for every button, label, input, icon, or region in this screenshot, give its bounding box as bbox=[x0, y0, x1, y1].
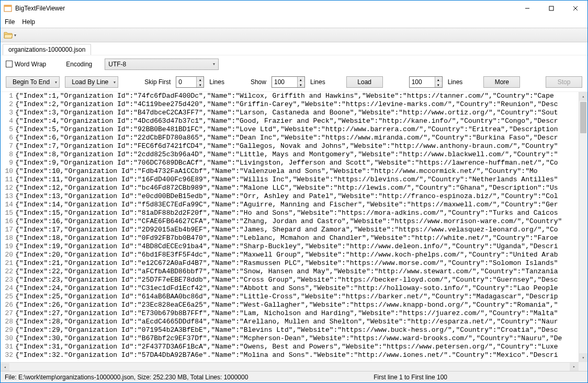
minimize-button[interactable] bbox=[515, 1, 539, 16]
text-line: 30{"Index":30,"Organization Id":"B67Bbf2… bbox=[1, 334, 579, 343]
line-number: 3 bbox=[1, 109, 15, 117]
line-content: {"Index":28,"Organization Id":"aEcdC4665… bbox=[15, 318, 579, 326]
line-content: {"Index":1,"Organization Id":"74fc6fDadF… bbox=[15, 92, 579, 100]
text-line: 16{"Index":16,"Organization Id":"CFAE6FB… bbox=[1, 217, 579, 226]
spinner-down-icon[interactable]: ▾ bbox=[196, 82, 203, 87]
menu-help[interactable]: Help bbox=[22, 18, 35, 26]
vertical-scrollbar[interactable]: ▴ ▾ bbox=[579, 92, 587, 362]
text-line: 27{"Index":27,"Organization Id":"E730b67… bbox=[1, 309, 579, 318]
direction-select[interactable]: Begin To End▾ bbox=[6, 76, 60, 88]
line-number: 21 bbox=[1, 259, 15, 268]
line-content: {"Index":32."Organization Id":"57DA4DbA9… bbox=[15, 351, 579, 359]
skip-first-input[interactable]: 0 ▴▾ bbox=[176, 76, 204, 88]
show-count-input[interactable]: 100 ▴▾ bbox=[272, 76, 305, 88]
text-line: 20{"Index":20,"Organization Id":"6bd1F8E… bbox=[1, 251, 579, 259]
scroll-thumb[interactable] bbox=[580, 102, 586, 133]
spinner-down-icon[interactable]: ▾ bbox=[297, 82, 304, 87]
line-number: 10 bbox=[1, 167, 15, 176]
open-file-button[interactable]: ▾ bbox=[4, 31, 16, 39]
line-number: 16 bbox=[1, 217, 15, 226]
line-number: 8 bbox=[1, 150, 15, 159]
text-viewer[interactable]: 1{"Index":1,"Organization Id":"74fc6fDad… bbox=[1, 91, 587, 371]
lines-label-2: Lines bbox=[310, 78, 325, 86]
line-number: 6 bbox=[1, 134, 15, 142]
line-number: 15 bbox=[1, 209, 15, 217]
line-number: 20 bbox=[1, 251, 15, 259]
scroll-down-icon[interactable]: ▾ bbox=[579, 353, 587, 362]
text-line: 29{"Index":29,"Organization Id":"071954b… bbox=[1, 326, 579, 334]
spinner-up-icon[interactable]: ▴ bbox=[435, 77, 442, 82]
text-line: 4{"Index":4,"Organization Id":"4Dcd663d4… bbox=[1, 117, 579, 125]
text-line: 10{"Index":10,"Organization Id":"Fdb4732… bbox=[1, 167, 579, 176]
maximize-button[interactable] bbox=[539, 1, 563, 16]
text-line: 28{"Index":28,"Organization Id":"aEcdC46… bbox=[1, 318, 579, 326]
line-content: {"Index":5,"Organization Id":"92BB0Be481… bbox=[15, 125, 579, 134]
text-line: 12{"Index":12,"Organization Id":"bc46Fd8… bbox=[1, 184, 579, 192]
scroll-up-icon[interactable]: ▴ bbox=[579, 92, 587, 101]
line-number: 31 bbox=[1, 343, 15, 351]
load-button[interactable]: Load bbox=[346, 76, 383, 88]
lines-label-3: Lines bbox=[448, 78, 463, 86]
line-number: 27 bbox=[1, 309, 15, 318]
text-line: 19{"Index":19,"Organization Id":"4BD8CdE… bbox=[1, 242, 579, 251]
text-line: 2{"Index":2,"Organization Id":"4C119bee2… bbox=[1, 100, 579, 109]
horizontal-scrollbar[interactable]: ◂ ▸ bbox=[1, 362, 579, 371]
line-number: 9 bbox=[1, 159, 15, 167]
line-content: {"Index":9,"Organization Id":"706DC7689D… bbox=[15, 159, 579, 167]
app-icon bbox=[4, 4, 12, 13]
menu-bar: File Help bbox=[1, 16, 587, 28]
skip-first-label: Skip First bbox=[144, 78, 171, 86]
text-line: 6{"Index":6,"Organization Id":"22dCbBFD7… bbox=[1, 134, 579, 142]
scroll-right-icon[interactable]: ▸ bbox=[570, 363, 579, 371]
scroll-left-icon[interactable]: ◂ bbox=[1, 363, 9, 371]
text-content: 1{"Index":1,"Organization Id":"74fc6fDad… bbox=[1, 92, 579, 362]
chevron-down-icon: ▾ bbox=[213, 62, 215, 66]
line-number: 7 bbox=[1, 142, 15, 150]
line-number: 4 bbox=[1, 117, 15, 125]
close-button[interactable] bbox=[563, 1, 587, 16]
line-content: {"Index":30,"Organization Id":"B67Bbf2c9… bbox=[15, 334, 579, 343]
more-button[interactable]: More bbox=[483, 76, 520, 88]
word-wrap-label: Word Wrap bbox=[15, 61, 46, 68]
stop-button[interactable]: Stop bbox=[546, 76, 582, 88]
scroll-corner bbox=[579, 362, 587, 371]
file-tab[interactable]: organizations-1000000.json bbox=[3, 44, 91, 55]
text-line: 32{"Index":32."Organization Id":"57DA4Db… bbox=[1, 351, 579, 359]
word-wrap-checkbox[interactable] bbox=[6, 61, 13, 67]
load-mode-select[interactable]: Load By Line▾ bbox=[65, 76, 118, 88]
line-content: {"Index":25,"Organization Id":"614aB6BAA… bbox=[15, 293, 579, 301]
text-line: 25{"Index":25,"Organization Id":"614aB6B… bbox=[1, 293, 579, 301]
chevron-down-icon: ▾ bbox=[55, 80, 57, 85]
line-number: 18 bbox=[1, 234, 15, 242]
spinner-down-icon[interactable]: ▾ bbox=[435, 82, 442, 87]
line-content: {"Index":24,"Organization Id":"C31ec1dFd… bbox=[15, 284, 579, 293]
line-number: 30 bbox=[1, 334, 15, 343]
spinner-up-icon[interactable]: ▴ bbox=[196, 77, 203, 82]
text-line: 18{"Index":18,"Organization Id":"0Fd92FB… bbox=[1, 234, 579, 242]
line-content: {"Index":20,"Organization Id":"6bd1F8E3f… bbox=[15, 251, 579, 259]
text-line: 9{"Index":9,"Organization Id":"706DC7689… bbox=[1, 159, 579, 167]
line-content: {"Index":16,"Organization Id":"CFAE6FB64… bbox=[15, 217, 579, 226]
status-bar: File: E:\work\temp\organizations-1000000… bbox=[1, 371, 587, 382]
encoding-select[interactable]: UTF-8 ▾ bbox=[105, 59, 219, 70]
line-content: {"Index":21,"Organization Id":"e12C672A0… bbox=[15, 259, 579, 268]
text-line: 7{"Index":7,"Organization Id":"FEC6f6d74… bbox=[1, 142, 579, 150]
svg-rect-1 bbox=[4, 5, 12, 7]
spinner-up-icon[interactable]: ▴ bbox=[297, 77, 304, 82]
line-number: 22 bbox=[1, 268, 15, 276]
folder-open-icon bbox=[4, 31, 13, 39]
title-bar: BigTextFileViewer bbox=[1, 1, 587, 16]
text-line: 1{"Index":1,"Organization Id":"74fc6fDad… bbox=[1, 92, 579, 100]
line-content: {"Index":17,"Organization Id":"2D92015aE… bbox=[15, 226, 579, 234]
encoding-label: Encoding bbox=[66, 61, 92, 68]
line-content: {"Index":15,"Organization Id":"81aDF88b2… bbox=[15, 209, 579, 217]
text-line: 31{"Index":31,"Organization Id":"2F4377D… bbox=[1, 343, 579, 351]
line-content: {"Index":27,"Organization Id":"E730b679b… bbox=[15, 309, 579, 318]
line-content: {"Index":10,"Organization Id":"Fdb4732Fa… bbox=[15, 167, 579, 176]
line-content: {"Index":6,"Organization Id":"22dCbBFD78… bbox=[15, 134, 579, 142]
menu-file[interactable]: File bbox=[5, 18, 15, 26]
status-file-info: File: E:\work\temp\organizations-1000000… bbox=[5, 374, 248, 381]
more-count-input[interactable]: 100 ▴▾ bbox=[409, 76, 443, 88]
line-number: 14 bbox=[1, 201, 15, 209]
chevron-down-icon: ▾ bbox=[114, 80, 116, 85]
